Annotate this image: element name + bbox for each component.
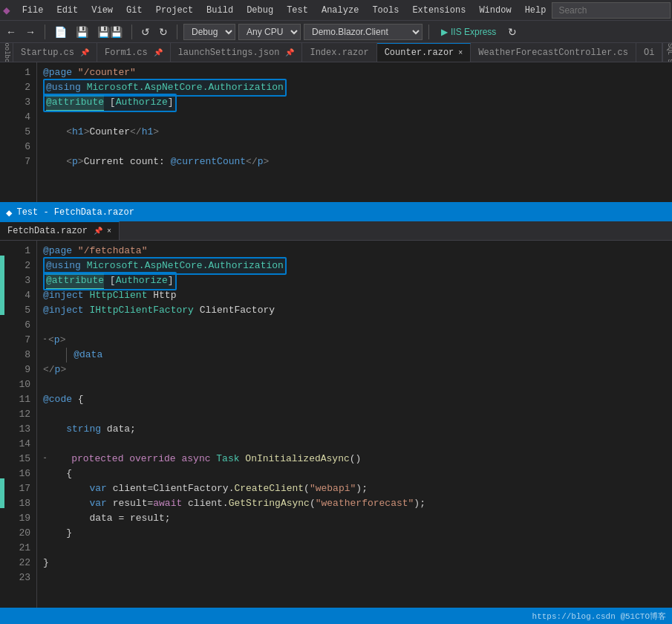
tab-weatherforecast[interactable]: WeatherForecastController.cs [471,43,636,62]
tab-bar-bottom-fill [120,221,672,240]
attr-authorize: Authorize [116,95,168,110]
bln-16: 16 [4,467,30,481]
menu-tools[interactable]: Tools [366,4,405,17]
redo-button[interactable]: ↻ [156,25,171,39]
menu-git[interactable]: Git [120,4,149,17]
toolbar-separator-1 [45,25,45,39]
h1-end-bracket: > [153,125,159,140]
bcode-line-12 [43,407,672,422]
bln-9: 9 [4,363,30,377]
new-file-button[interactable]: 📄 [51,25,70,39]
code-content-bottom[interactable]: @page "/fetchdata" @using Microsoft.AspN… [37,241,672,608]
at-currentcount: @currentCount [171,155,246,169]
tab-form1-pin[interactable]: 📌 [154,48,163,57]
tab-index-razor-label: Index.razor [310,48,368,58]
h1-open: < [66,125,72,140]
project-dropdown[interactable]: Demo.Blazor.Client [304,24,423,40]
toolbox-label: Toolbox [3,43,10,62]
bln-11: 11 [4,392,30,407]
tab-fetchdata-pin[interactable]: 📌 [94,227,102,235]
bln-1: 1 [4,244,30,259]
menu-edit[interactable]: Edit [50,4,84,17]
p-tag: p [72,155,78,169]
menu-file[interactable]: File [16,4,50,17]
tab-launchsettings-pin[interactable]: 📌 [285,48,294,57]
bln-22: 22 [4,556,30,571]
menu-analyze[interactable]: Analyze [316,4,365,17]
run-icon: ▶ [441,27,448,37]
back-button[interactable]: ← [3,25,19,39]
tab-launchsettings-label: launchSettings.json [178,48,280,58]
window-title: Test - FetchData.razor [16,207,134,218]
bcode-line-6 [43,318,672,333]
tab-fetchdata-label: FetchData.razor [7,226,88,236]
tab-index-razor[interactable]: Index.razor [302,43,376,62]
save-all-button[interactable]: 💾💾 [94,25,125,39]
tab-startup-pin[interactable]: 📌 [80,48,89,57]
p-end-tag: p [258,155,264,169]
tab-oi[interactable]: Oi [636,43,662,62]
tab-form1-label: Form1.cs [105,48,148,58]
tab-fetchdata[interactable]: FetchData.razor 📌 × [0,221,120,240]
bcode-line-17: var client=ClientFactory. CreateClient (… [43,481,672,496]
menu-extensions[interactable]: Extensions [406,4,472,17]
tab-fetchdata-close[interactable]: × [107,227,111,235]
tab-launchsettings[interactable]: launchSettings.json 📌 [171,43,303,62]
b-kw-var-1: var [89,481,106,496]
run-button[interactable]: ▶ IIS Express [435,25,502,39]
bln-17: 17 [4,481,30,496]
toolbar-separator-4 [428,25,429,39]
tab-form1[interactable]: Form1.cs 📌 [97,43,171,62]
tab-startup[interactable]: Startup.cs 📌 [13,43,97,62]
refresh-button[interactable]: ↻ [505,25,520,39]
menu-help[interactable]: Help [519,4,552,17]
bcode-line-16: { [43,467,672,481]
sql-label: SQL Server Object [662,43,672,62]
b-kw-protected: protected [71,452,123,467]
cpu-dropdown[interactable]: Any CPU [238,24,301,40]
forward-button[interactable]: → [22,25,39,39]
b-type-http: HttpClient [89,288,147,303]
bln-6: 6 [4,318,30,333]
menu-project[interactable]: Project [150,4,199,17]
undo-button[interactable]: ↺ [138,25,153,39]
save-button[interactable]: 💾 [73,25,91,39]
debug-config-dropdown[interactable]: Debug [183,24,235,40]
menu-debug[interactable]: Debug [241,4,279,17]
p-closing: </ [246,155,258,169]
bln-2: 2 [4,259,30,273]
bln-7: 7 [4,333,30,348]
collapse-btn-7[interactable]: ⁃ [43,333,47,348]
bcode-line-21 [43,541,672,556]
tab-counter-close[interactable]: × [458,49,463,57]
menu-items: File Edit View Git Project Build Debug T… [16,4,552,17]
bln-21: 21 [4,541,30,556]
bcode-line-10 [43,377,672,392]
ln-5: 5 [4,125,30,140]
menu-window[interactable]: Window [473,4,517,17]
ln-1: 1 [4,65,30,80]
ln-7: 7 [4,155,30,169]
code-line-5: < h1 > Counter </ h1 > [43,125,672,140]
kw-page: @page [43,65,72,80]
tab-counter-razor[interactable]: Counter.razor × [377,43,472,62]
toolbar-separator-2 [131,25,132,39]
code-content-top[interactable]: @page "/counter" @using Microsoft.AspNet… [37,62,672,204]
menu-test[interactable]: Test [281,4,314,17]
vs-logo-icon: ◆ [3,3,10,18]
bcode-line-9: </ p > [43,363,672,377]
bln-8: 8 [4,348,30,363]
b-type-factory: IHttpClientFactory [89,303,193,318]
b-p-open: < [48,333,54,348]
status-bar: https://blog.csdn @51CTO博客 [0,608,672,624]
search-input[interactable] [552,2,671,19]
ln-6: 6 [4,140,30,155]
menu-build[interactable]: Build [200,4,239,17]
menu-view[interactable]: View [85,4,119,17]
bcode-line-19: data = result; [43,511,672,526]
code-line-3: @attribute [ Authorize ] [43,95,672,110]
bln-10: 10 [4,377,30,392]
b-kw-attribute: @attribute [46,273,104,289]
collapse-btn-15[interactable]: ⁃ [43,452,47,467]
side-label: Toolbox [0,43,13,62]
